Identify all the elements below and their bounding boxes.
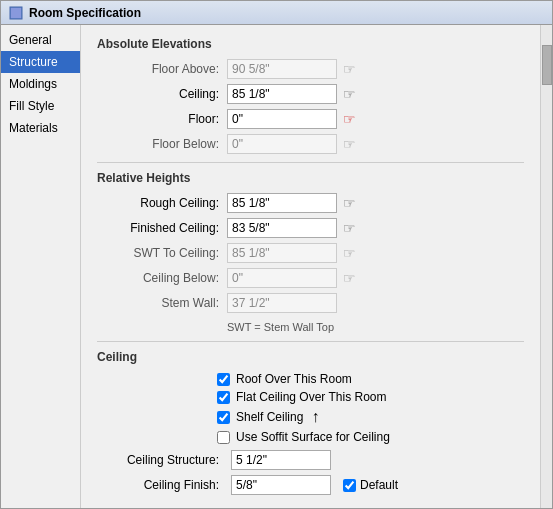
ceiling-input[interactable] xyxy=(227,84,337,104)
ceiling-below-input xyxy=(227,268,337,288)
ceiling-finish-label: Ceiling Finish: xyxy=(97,478,227,492)
shelf-ceiling-row: Shelf Ceiling ↑ xyxy=(217,408,524,426)
rough-ceiling-label: Rough Ceiling: xyxy=(97,196,227,210)
ceiling-structure-input[interactable] xyxy=(231,450,331,470)
window-title: Room Specification xyxy=(29,6,141,20)
ceiling-finish-input[interactable] xyxy=(231,475,331,495)
shelf-ceiling-checkbox[interactable] xyxy=(217,411,230,424)
relative-heights-header: Relative Heights xyxy=(97,171,524,185)
sidebar-item-general[interactable]: General xyxy=(1,29,80,51)
stem-wall-icon xyxy=(337,293,361,313)
ceiling-below-label: Ceiling Below: xyxy=(97,271,227,285)
ceiling-structure-row: Ceiling Structure: xyxy=(97,450,524,470)
swt-note: SWT = Stem Wall Top xyxy=(227,321,524,333)
ceiling-structure-label: Ceiling Structure: xyxy=(97,453,227,467)
use-soffit-label: Use Soffit Surface for Ceiling xyxy=(236,430,390,444)
swt-ceiling-label: SWT To Ceiling: xyxy=(97,246,227,260)
hand-icon-ceiling: ☞ xyxy=(343,86,356,102)
hand-icon-rough-ceiling: ☞ xyxy=(343,195,356,211)
roof-over-checkbox[interactable] xyxy=(217,373,230,386)
ceiling-below-icon: ☞ xyxy=(337,268,361,288)
floor-above-label: Floor Above: xyxy=(97,62,227,76)
scrollbar[interactable] xyxy=(540,25,552,508)
flat-ceiling-row: Flat Ceiling Over This Room xyxy=(217,390,524,404)
absolute-elevations-header: Absolute Elevations xyxy=(97,37,524,51)
ceiling-finish-row: Ceiling Finish: Default xyxy=(97,475,524,495)
flat-ceiling-label: Flat Ceiling Over This Room xyxy=(236,390,387,404)
hand-icon-finished-ceiling: ☞ xyxy=(343,220,356,236)
absolute-elevations-form: Floor Above: ☞ Ceiling: ☞ Floor: ☞ Flo xyxy=(97,59,524,154)
floor-below-icon: ☞ xyxy=(337,134,361,154)
use-soffit-row: Use Soffit Surface for Ceiling xyxy=(217,430,524,444)
flat-ceiling-checkbox[interactable] xyxy=(217,391,230,404)
main-panel: Absolute Elevations Floor Above: ☞ Ceili… xyxy=(81,25,540,508)
hand-icon-floor-below: ☞ xyxy=(343,136,356,152)
floor-label: Floor: xyxy=(97,112,227,126)
section-divider-2 xyxy=(97,341,524,342)
sidebar-item-structure[interactable]: Structure xyxy=(1,51,80,73)
stem-wall-label: Stem Wall: xyxy=(97,296,227,310)
floor-below-label: Floor Below: xyxy=(97,137,227,151)
default-checkbox[interactable] xyxy=(343,479,356,492)
ceiling-header: Ceiling xyxy=(97,350,524,364)
ceiling-section: Roof Over This Room Flat Ceiling Over Th… xyxy=(97,372,524,495)
use-soffit-checkbox[interactable] xyxy=(217,431,230,444)
swt-ceiling-input xyxy=(227,243,337,263)
roof-over-label: Roof Over This Room xyxy=(236,372,352,386)
hand-icon-swt-ceiling: ☞ xyxy=(343,245,356,261)
ceiling-icon[interactable]: ☞ xyxy=(337,84,361,104)
room-specification-window: Room Specification General Structure Mol… xyxy=(0,0,553,509)
floor-above-input xyxy=(227,59,337,79)
swt-ceiling-icon: ☞ xyxy=(337,243,361,263)
scroll-thumb[interactable] xyxy=(542,45,552,85)
finished-ceiling-icon[interactable]: ☞ xyxy=(337,218,361,238)
ceiling-label: Ceiling: xyxy=(97,87,227,101)
stem-wall-input xyxy=(227,293,337,313)
svg-rect-1 xyxy=(11,8,21,18)
shelf-ceiling-label: Shelf Ceiling xyxy=(236,410,303,424)
roof-over-row: Roof Over This Room xyxy=(217,372,524,386)
finished-ceiling-label: Finished Ceiling: xyxy=(97,221,227,235)
floor-above-icon: ☞ xyxy=(337,59,361,79)
cursor-indicator: ↑ xyxy=(311,408,319,426)
floor-below-input xyxy=(227,134,337,154)
finished-ceiling-input[interactable] xyxy=(227,218,337,238)
rough-ceiling-input[interactable] xyxy=(227,193,337,213)
section-divider-1 xyxy=(97,162,524,163)
sidebar-item-moldings[interactable]: Moldings xyxy=(1,73,80,95)
window-icon xyxy=(9,6,23,20)
rough-ceiling-icon[interactable]: ☞ xyxy=(337,193,361,213)
default-label: Default xyxy=(360,478,398,492)
main-content: General Structure Moldings Fill Style Ma… xyxy=(1,25,552,508)
hand-icon-ceiling-below: ☞ xyxy=(343,270,356,286)
hand-icon-floor: ☞ xyxy=(343,111,356,127)
floor-input[interactable] xyxy=(227,109,337,129)
hand-icon-floor-above: ☞ xyxy=(343,61,356,77)
sidebar: General Structure Moldings Fill Style Ma… xyxy=(1,25,81,508)
floor-icon[interactable]: ☞ xyxy=(337,109,361,129)
default-checkbox-group: Default xyxy=(343,478,398,492)
relative-heights-form: Rough Ceiling: ☞ Finished Ceiling: ☞ SWT… xyxy=(97,193,524,313)
title-bar: Room Specification xyxy=(1,1,552,25)
sidebar-item-materials[interactable]: Materials xyxy=(1,117,80,139)
sidebar-item-fill-style[interactable]: Fill Style xyxy=(1,95,80,117)
